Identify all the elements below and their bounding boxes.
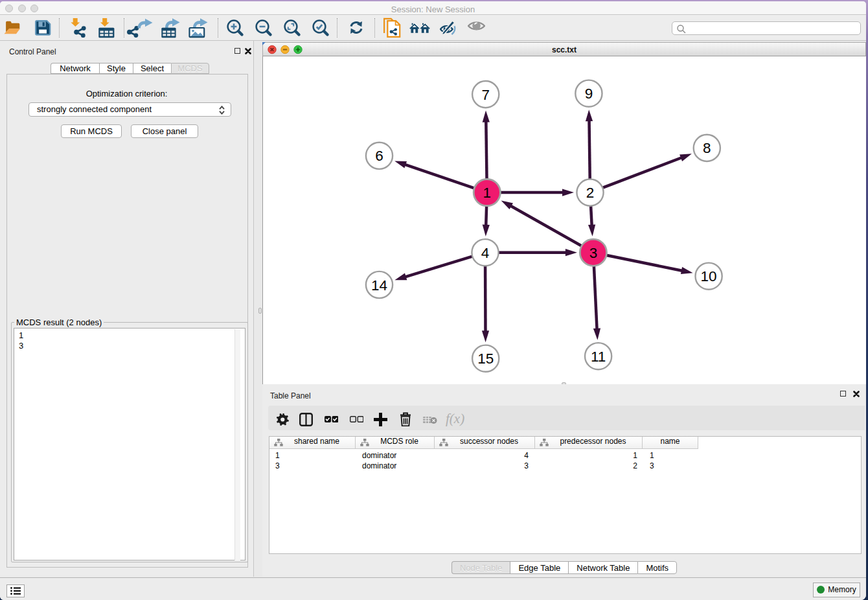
svg-text:8: 8	[703, 140, 711, 156]
svg-text:7: 7	[481, 87, 490, 103]
svg-text:9: 9	[585, 86, 593, 102]
svg-text:15: 15	[477, 351, 494, 367]
svg-text:6: 6	[375, 148, 383, 164]
svg-text:14: 14	[371, 277, 387, 294]
svg-text:4: 4	[481, 245, 490, 261]
svg-text:1: 1	[483, 185, 492, 201]
svg-text:11: 11	[591, 349, 606, 365]
svg-text:2: 2	[586, 185, 595, 201]
svg-text:3: 3	[589, 245, 598, 261]
svg-text:10: 10	[701, 268, 717, 284]
